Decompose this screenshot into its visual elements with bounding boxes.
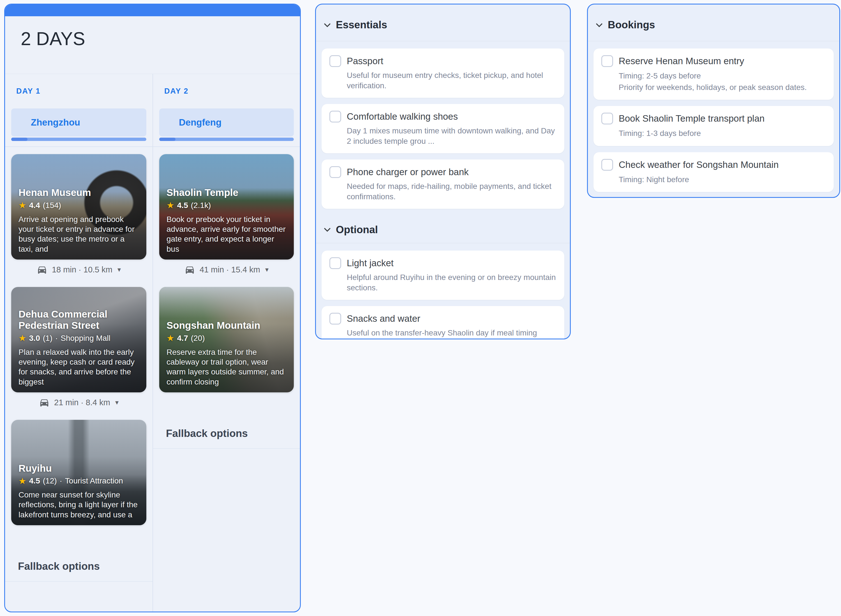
- check-row: Comfortable walking shoes: [329, 111, 556, 122]
- day-2-city-name: Dengfeng: [179, 117, 222, 128]
- section-title: Essentials: [336, 19, 387, 31]
- caret-down-icon: ▾: [265, 266, 269, 274]
- itinerary-header: 2 DAYS: [5, 16, 300, 74]
- check-row: Light jacket: [329, 257, 556, 269]
- fallback-options-heading-day1[interactable]: Fallback options: [11, 560, 146, 572]
- check-item-desc: Useful on the transfer-heavy Shaolin day…: [347, 328, 556, 339]
- day-2-column: DAY 2 Dengfeng Shaolin Temple ★ 4.5: [153, 74, 300, 612]
- day-2-label: DAY 2: [159, 87, 294, 95]
- place-card-songshan-mountain[interactable]: Songshan Mountain ★ 4.7 (20) Reserve ext…: [159, 287, 294, 392]
- checkbox[interactable]: [601, 159, 613, 171]
- checkbox[interactable]: [601, 55, 613, 67]
- place-card-text: Shaolin Temple ★ 4.5 (2.1k) Book or preb…: [166, 187, 286, 254]
- star-icon: ★: [166, 334, 175, 342]
- review-count: (2.1k): [191, 201, 211, 210]
- day-1-tab-scroll-indicator: [11, 138, 146, 141]
- trip-planner-page: 2 DAYS DAY 1 Zhengzhou Henan Museum: [0, 0, 841, 616]
- checkbox[interactable]: [329, 313, 341, 324]
- check-row: Check weather for Songshan Mountain: [601, 159, 826, 171]
- checkbox[interactable]: [329, 257, 341, 269]
- check-item-desc: Day 1 mixes museum time with downtown wa…: [347, 126, 556, 147]
- day-1-city-name: Zhengzhou: [31, 117, 80, 128]
- transfer-chip-day1-2[interactable]: 21 min · 8.4 km ▾: [11, 392, 146, 412]
- booking-timing: Timing: Night before: [619, 174, 826, 186]
- check-row: Passport: [329, 55, 556, 67]
- section-title: Bookings: [608, 19, 655, 31]
- optional-items: Light jacket Helpful around Ruyihu in th…: [316, 243, 570, 339]
- review-count: (1): [43, 334, 53, 343]
- transfer-text: 18 min · 10.5 km: [52, 265, 112, 274]
- place-tip: Come near sunset for skyline reflections…: [19, 490, 139, 519]
- transfer-chip-day2-1[interactable]: 41 min · 15.4 km ▾: [159, 260, 294, 280]
- booking-title: Book Shaolin Temple transport plan: [619, 113, 765, 124]
- itinerary-panel: 2 DAYS DAY 1 Zhengzhou Henan Museum: [4, 4, 301, 612]
- place-tip: Book or prebook your ticket in advance, …: [166, 214, 286, 254]
- day-2-city-tab[interactable]: Dengfeng: [159, 109, 294, 136]
- star-icon: ★: [19, 477, 26, 485]
- check-item-desc: Helpful around Ruyihu in the evening or …: [347, 273, 556, 293]
- itinerary-accent-bar: [5, 4, 300, 16]
- car-icon: [39, 397, 50, 408]
- check-item-title: Snacks and water: [347, 313, 420, 324]
- day-1-column: DAY 1 Zhengzhou Henan Museum ★ 4.4: [5, 74, 153, 612]
- place-card-dehua-street[interactable]: Dehua Commercial Pedestrian Street ★ 3.0…: [11, 287, 146, 392]
- check-row: Snacks and water: [329, 313, 556, 324]
- fallback-options-heading-day2[interactable]: Fallback options: [159, 428, 294, 439]
- check-row: Book Shaolin Temple transport plan: [601, 113, 826, 125]
- check-item-snacks-water: Snacks and water Useful on the transfer-…: [321, 306, 564, 339]
- essentials-section-header[interactable]: Essentials: [316, 4, 570, 41]
- checkbox[interactable]: [601, 113, 613, 125]
- essentials-items: Passport Useful for museum entry checks,…: [316, 41, 570, 216]
- booking-timing: Timing: 1-3 days before: [619, 128, 826, 139]
- rating-value: 4.5: [177, 201, 188, 210]
- place-rating: ★ 4.5 (2.1k): [166, 201, 286, 210]
- place-title: Shaolin Temple: [166, 187, 286, 198]
- checkbox[interactable]: [329, 55, 341, 67]
- place-card-text: Ruyihu ★ 4.5 (12) · Tourist Attraction C…: [19, 463, 139, 519]
- transfer-chip-day1-1[interactable]: 18 min · 10.5 km ▾: [11, 260, 146, 280]
- place-card-text: Henan Museum ★ 4.4 (154) Arrive at openi…: [19, 187, 139, 254]
- place-category: Shopping Mall: [60, 334, 110, 343]
- place-tip: Reserve extra time for the cableway or t…: [166, 347, 286, 387]
- place-card-text: Dehua Commercial Pedestrian Street ★ 3.0…: [19, 309, 139, 387]
- transfer-text: 41 min · 15.4 km: [200, 265, 260, 274]
- bookings-items: Reserve Henan Museum entry Timing: 2-5 d…: [588, 41, 839, 198]
- place-card-shaolin-temple[interactable]: Shaolin Temple ★ 4.5 (2.1k) Book or preb…: [159, 154, 294, 260]
- rating-value: 4.7: [177, 334, 188, 343]
- star-icon: ★: [19, 201, 26, 210]
- check-row: Reserve Henan Museum entry: [601, 55, 826, 67]
- separator-dot: ·: [55, 334, 58, 343]
- check-item-title: Light jacket: [347, 258, 393, 268]
- bookings-section-header[interactable]: Bookings: [588, 4, 839, 41]
- check-item-walking-shoes: Comfortable walking shoes Day 1 mixes mu…: [321, 104, 564, 153]
- booking-item-shaolin-transport: Book Shaolin Temple transport plan Timin…: [593, 106, 834, 146]
- check-row: Phone charger or power bank: [329, 166, 556, 178]
- rating-value: 4.5: [29, 477, 40, 485]
- caret-down-icon: ▾: [115, 399, 119, 406]
- checkbox[interactable]: [329, 166, 341, 178]
- star-icon: ★: [19, 334, 26, 342]
- place-title: Dehua Commercial Pedestrian Street: [19, 309, 139, 331]
- day-1-city-tab[interactable]: Zhengzhou: [11, 109, 146, 136]
- bookings-panel: Bookings Reserve Henan Museum entry Timi…: [587, 4, 840, 198]
- divider: [5, 147, 153, 147]
- place-title: Songshan Mountain: [166, 320, 286, 331]
- booking-title: Reserve Henan Museum entry: [619, 56, 744, 66]
- place-category: Tourist Attraction: [65, 477, 123, 485]
- place-card-ruyihu[interactable]: Ruyihu ★ 4.5 (12) · Tourist Attraction C…: [11, 420, 146, 525]
- packing-checklist-panel: Essentials Passport Useful for museum en…: [315, 4, 571, 339]
- place-card-henan-museum[interactable]: Henan Museum ★ 4.4 (154) Arrive at openi…: [11, 154, 146, 260]
- review-count: (12): [43, 477, 57, 485]
- check-item-title: Comfortable walking shoes: [347, 111, 458, 122]
- rating-value: 4.4: [29, 201, 40, 210]
- checkbox[interactable]: [329, 111, 341, 122]
- review-count: (20): [191, 334, 205, 343]
- car-icon: [185, 264, 195, 275]
- place-rating: ★ 4.7 (20): [166, 334, 286, 343]
- transfer-text: 21 min · 8.4 km: [54, 398, 110, 407]
- optional-section-header[interactable]: Optional: [316, 216, 570, 243]
- check-item-passport: Passport Useful for museum entry checks,…: [321, 48, 564, 98]
- caret-down-icon: ▾: [117, 266, 121, 274]
- place-rating: ★ 4.4 (154): [19, 201, 139, 210]
- day-1-label: DAY 1: [11, 87, 146, 95]
